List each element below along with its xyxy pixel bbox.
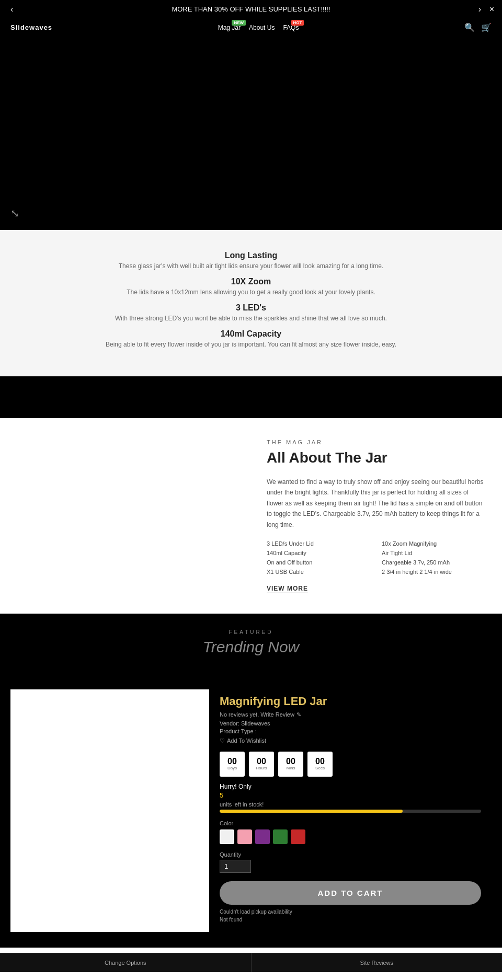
countdown-hours-num: 00 (257, 757, 266, 766)
hero-section: ⤡ (0, 37, 502, 230)
announcement-prev-arrow[interactable]: ‹ (10, 5, 13, 14)
about-section: THE MAG JAR All About The Jar We wanted … (0, 418, 502, 614)
black-divider (0, 376, 502, 418)
announcement-close-button[interactable]: × (489, 5, 494, 14)
about-subtitle: THE MAG JAR (267, 439, 486, 445)
pickup-availability-msg: Couldn't load pickup availability (220, 909, 481, 915)
spec-2-right: Chargeable 3.7v, 250 mAh (382, 559, 486, 566)
nav-logo: Slidewaves (10, 24, 52, 31)
feature-title-3: 140ml Capacity (10, 329, 492, 339)
heart-icon: ♡ (220, 737, 225, 744)
color-swatch-green[interactable] (273, 829, 288, 844)
feature-item-2: 3 LED's With three strong LED's you wont… (10, 303, 492, 322)
nav-badge-new: NEW (232, 20, 246, 26)
edit-icon[interactable]: ✎ (296, 711, 301, 718)
nav-link-faqs[interactable]: FAQs HOT (283, 24, 299, 31)
featured-section: FEATURED Trending Now (0, 614, 502, 689)
product-name: Magnifying LED Jar (220, 695, 481, 708)
wishlist-row[interactable]: ♡ Add To Wishlist (220, 737, 481, 744)
announcement-bar: ‹ MORE THAN 30% OFF WHILE SUPPLIES LAST!… (0, 0, 502, 18)
spec-2-left: On and Off button (267, 559, 371, 566)
countdown-mins-num: 00 (286, 757, 295, 766)
announcement-next-arrow[interactable]: › (478, 5, 481, 14)
add-to-cart-button[interactable]: ADD TO CART (220, 881, 481, 905)
countdown-days: 00 Days (220, 752, 245, 777)
feature-title-1: 10X Zoom (10, 277, 492, 286)
about-content: THE MAG JAR All About The Jar We wanted … (251, 418, 502, 614)
units-left-text: units left in stock! (220, 801, 481, 808)
vendor-value: Slidewaves (241, 720, 270, 727)
spec-3-right: 2 3/4 in height 2 1/4 in wide (382, 569, 486, 575)
product-type: Product Type : (220, 728, 481, 734)
spec-1-left: 140ml Capacity (267, 550, 371, 556)
nav-link-mag-jar[interactable]: Mag Jar NEW (218, 24, 241, 31)
color-swatch-pink[interactable] (237, 829, 252, 844)
product-info: Magnifying LED Jar No reviews yet. Write… (209, 689, 492, 932)
product-area: Magnifying LED Jar No reviews yet. Write… (0, 689, 502, 948)
wishlist-label: Add To Wishlist (227, 737, 266, 744)
feature-desc-0: These glass jar's with well built air ti… (10, 262, 492, 270)
stock-count: 5 (220, 791, 481, 799)
countdown-hours: 00 Hours (249, 752, 274, 777)
color-swatch-white[interactable] (220, 829, 234, 844)
countdown-secs-num: 00 (315, 757, 325, 766)
feature-desc-3: Being able to fit every flower inside of… (10, 341, 492, 348)
tab-change-options[interactable]: Change Options (0, 953, 252, 972)
nav-links: Mag Jar NEW About Us FAQs HOT (218, 24, 299, 31)
product-review-text: No reviews yet. Write Review (220, 711, 294, 718)
countdown-mins: 00 Mins (278, 752, 303, 777)
about-image (0, 418, 251, 614)
feature-desc-1: The lids have a 10x12mm lens allowing yo… (10, 289, 492, 296)
tab-site-reviews[interactable]: Site Reviews (252, 953, 503, 972)
countdown-row: 00 Days 00 Hours 00 Mins 00 Secs (220, 752, 481, 777)
spec-1-right: Air Tight Lid (382, 550, 486, 556)
type-label: Product Type : (220, 728, 257, 734)
countdown-mins-label: Mins (287, 766, 295, 770)
feature-item-1: 10X Zoom The lids have a 10x12mm lens al… (10, 277, 492, 296)
view-more-link[interactable]: VIEW MORE (267, 585, 308, 593)
countdown-days-num: 00 (227, 757, 237, 766)
countdown-hours-label: Hours (256, 766, 267, 770)
vendor-label: Vendor: (220, 720, 239, 727)
countdown-secs: 00 Secs (307, 752, 333, 777)
featured-label: FEATURED (10, 629, 492, 635)
cart-icon[interactable]: 🛒 (481, 22, 492, 32)
spec-0-left: 3 LED/s Under Lid (267, 540, 371, 547)
quantity-label: Quantity (220, 851, 481, 858)
color-swatch-purple[interactable] (255, 829, 270, 844)
color-label: Color (220, 820, 481, 826)
quantity-input[interactable] (220, 860, 251, 873)
navigation: Slidewaves Mag Jar NEW About Us FAQs HOT… (0, 18, 502, 37)
spec-0-right: 10x Zoom Magnifying (382, 540, 486, 547)
featured-title: Trending Now (10, 638, 492, 656)
feature-item-3: 140ml Capacity Being able to fit every f… (10, 329, 492, 348)
expand-icon[interactable]: ⤡ (10, 207, 19, 220)
product-vendor: Vendor: Slidewaves (220, 720, 481, 727)
nav-about-us-label: About Us (249, 24, 275, 31)
about-title: All About The Jar (267, 449, 486, 466)
stock-bar (220, 810, 481, 813)
feature-desc-2: With three strong LED's you wont be able… (10, 315, 492, 322)
nav-badge-hot: HOT (291, 20, 304, 26)
hurry-only-text: Hurry! Only (220, 783, 481, 790)
color-swatch-red[interactable] (291, 829, 305, 844)
announcement-text: MORE THAN 30% OFF WHILE SUPPLIES LAST!!!… (172, 5, 330, 13)
feature-title-0: Long Lasting (10, 251, 492, 260)
bottom-tabs: Change Options Site Reviews (0, 953, 502, 972)
countdown-secs-label: Secs (315, 766, 325, 770)
color-swatches (220, 829, 481, 844)
nav-link-about-us[interactable]: About Us (249, 24, 275, 31)
features-section: Long Lasting These glass jar's with well… (0, 230, 502, 376)
about-specs: 3 LED/s Under Lid 10x Zoom Magnifying 14… (267, 540, 486, 575)
nav-icons: 🔍 🛒 (464, 22, 492, 32)
search-icon[interactable]: 🔍 (464, 22, 475, 32)
feature-title-2: 3 LED's (10, 303, 492, 313)
stock-bar-fill (220, 810, 403, 813)
countdown-days-label: Days (227, 766, 237, 770)
product-review-row: No reviews yet. Write Review ✎ (220, 711, 481, 718)
product-image[interactable] (10, 689, 209, 932)
about-desc: We wanted to find a way to truly show of… (267, 477, 486, 530)
feature-item-0: Long Lasting These glass jar's with well… (10, 251, 492, 270)
not-found-msg: Not found (220, 917, 481, 923)
spec-3-left: X1 USB Cable (267, 569, 371, 575)
